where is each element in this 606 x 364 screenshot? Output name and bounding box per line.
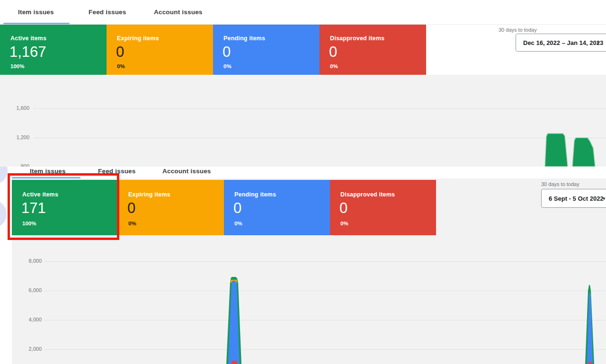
panel-top: Item issues Feed issues Account issues A… xyxy=(0,0,606,167)
panel-bottom: Item issues Feed issues Account issues A… xyxy=(0,167,606,364)
items-area-chart-spikes xyxy=(0,167,606,364)
merchant-center-dashboard: Item issues Feed issues Account issues A… xyxy=(0,0,606,364)
active-items-area-chart xyxy=(0,0,606,167)
